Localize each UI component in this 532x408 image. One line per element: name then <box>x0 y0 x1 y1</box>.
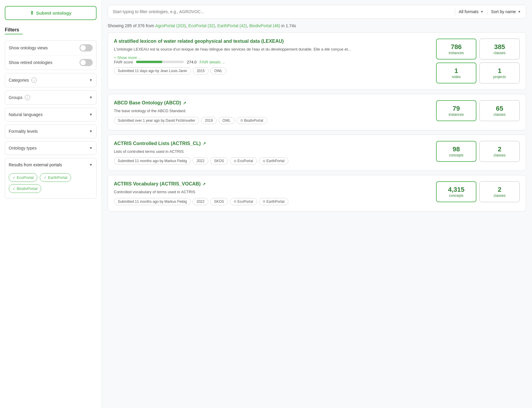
filters-title: Filters <box>5 27 97 33</box>
earthportal-link[interactable]: EarthPortal (42) <box>217 23 247 28</box>
ecoportal-check-icon: ✓ <box>13 176 16 180</box>
abcd-card: ABCD Base Ontology (ABCD) ↗ The base ont… <box>108 94 526 130</box>
abcd-portal-name: BiodivPortal <box>244 118 263 123</box>
natural-languages-chevron-icon: ▼ <box>89 112 93 117</box>
fair-details-link[interactable]: FAIR details ... <box>200 60 225 64</box>
actris-vocab-earthportal-tag: ⊙ EarthPortal <box>259 198 288 205</box>
lexeau-projects-label: projects <box>493 75 506 79</box>
actris-cl-title[interactable]: ACTRIS Controlled Lists (ACTRIS_CL) ↗ <box>114 141 206 146</box>
natural-languages-filter[interactable]: Natural languages ▼ <box>5 108 97 121</box>
actris-vocab-format-tag: SKOS <box>210 198 228 205</box>
abcd-external-link-icon: ↗ <box>183 101 186 105</box>
abcd-instances-label: instances <box>449 112 464 117</box>
categories-chevron-icon: ▼ <box>89 78 93 82</box>
lexeau-projects-stat[interactable]: 1 projects <box>479 63 520 83</box>
actris-vocab-classes-stat[interactable]: 2 classes <box>479 181 520 202</box>
lexeau-show-more[interactable]: + Show more ... <box>114 55 431 60</box>
format-select[interactable]: All formats ▼ <box>459 9 484 14</box>
lexeau-format-tag: OWL <box>210 67 226 74</box>
actris-vocab-year-tag: 2022 <box>192 198 208 205</box>
categories-info-icon[interactable]: i <box>31 77 37 83</box>
results-info: Showing 285 of 376 from AgroPortal (203)… <box>108 23 526 28</box>
abcd-classes-stat[interactable]: 65 classes <box>479 100 520 121</box>
abcd-card-inner: ABCD Base Ontology (ABCD) ↗ The base ont… <box>114 100 520 124</box>
formality-levels-row[interactable]: Formality levels ▼ <box>9 125 93 138</box>
lexeau-title[interactable]: A stratified lexicon of water related ge… <box>114 39 284 44</box>
groups-row[interactable]: Groups i ▼ <box>9 91 93 104</box>
lexeau-instances-stat[interactable]: 786 instances <box>436 39 476 60</box>
actris-vocab-card-body: ACTRIS Vocabulary (ACTRIS_VOCAB) ↗ Contr… <box>114 181 431 205</box>
actris-vocab-ecoportal-icon: ⊙ <box>234 200 236 203</box>
show-ontology-views-row: Show ontology views <box>9 41 93 55</box>
actris-vocab-classes-value: 2 <box>498 186 501 194</box>
show-ontology-views-label: Show ontology views <box>9 45 48 50</box>
ontology-types-label: Ontology types <box>9 146 36 150</box>
lexeau-classes-stat[interactable]: 385 classes <box>479 39 520 60</box>
lexeau-card-inner: A stratified lexicon of water related ge… <box>114 39 520 83</box>
actris-cl-classes-stat[interactable]: 2 classes <box>479 141 520 162</box>
abcd-instances-stat[interactable]: 79 instances <box>436 100 476 121</box>
agroportal-link[interactable]: AgroPortal (203) <box>155 23 186 28</box>
sort-select[interactable]: Sort by name ▼ <box>491 9 521 14</box>
abcd-title[interactable]: ABCD Base Ontology (ABCD) ↗ <box>114 100 186 106</box>
sort-dropdown-icon: ▼ <box>518 10 521 13</box>
show-ontology-views-toggle[interactable] <box>80 44 93 51</box>
categories-label: Categories <box>9 78 29 83</box>
actris-cl-classes-label: classes <box>493 153 505 157</box>
actris-cl-ecoportal-tag: ⊙ EcoPortal <box>230 157 257 165</box>
actris-vocab-earthportal-name: EarthPortal <box>267 200 285 204</box>
abcd-card-body: ABCD Base Ontology (ABCD) ↗ The base ont… <box>114 100 431 124</box>
abcd-submitted-tag: Submitted over 1 year ago by David Ficht… <box>114 117 199 124</box>
ontology-types-filter[interactable]: Ontology types ▼ <box>5 141 97 155</box>
earthportal-tag[interactable]: ✓ EarthPortal <box>40 173 71 182</box>
abcd-tags: Submitted over 1 year ago by David Ficht… <box>114 117 431 124</box>
search-divider <box>455 8 455 15</box>
lexeau-instances-value: 786 <box>451 43 462 51</box>
actris-vocab-card: ACTRIS Vocabulary (ACTRIS_VOCAB) ↗ Contr… <box>108 175 526 211</box>
lexeau-tags: Submitted 11 days ago by Jean Louis Jani… <box>114 67 431 74</box>
biodivportal-link[interactable]: BiodivPortal (46) <box>249 23 280 28</box>
formality-levels-left: Formality levels <box>9 129 38 134</box>
actris-cl-format-tag: SKOS <box>210 157 228 165</box>
actris-vocab-description: Controlled vocabulary of terms used in A… <box>114 189 431 195</box>
abcd-instances-value: 79 <box>452 105 460 112</box>
groups-filter[interactable]: Groups i ▼ <box>5 90 97 105</box>
external-portals-header[interactable]: Results from external portals ▼ <box>9 158 93 171</box>
search-input[interactable] <box>113 9 451 14</box>
earthportal-label: EarthPortal <box>48 175 67 180</box>
lexeau-card-body: A stratified lexicon of water related ge… <box>114 39 431 74</box>
actris-cl-earthportal-tag: ⊙ EarthPortal <box>259 157 288 165</box>
natural-languages-row[interactable]: Natural languages ▼ <box>9 108 93 121</box>
actris-vocab-concepts-label: concepts <box>449 194 463 198</box>
portal-tags-container: ✓ EcoPortal ✓ EarthPortal ✓ BiodivPortal <box>9 173 93 195</box>
ecoportal-tag[interactable]: ✓ EcoPortal <box>9 173 37 182</box>
submit-ontology-button[interactable]: ⬆ Submit ontology <box>5 6 97 20</box>
show-retired-ontologies-toggle[interactable] <box>80 59 93 66</box>
actris-vocab-ecoportal-name: EcoPortal <box>238 200 253 204</box>
biodivportal-tag[interactable]: ✓ BiodivPortal <box>9 184 41 193</box>
categories-filter[interactable]: Categories i ▼ <box>5 73 97 87</box>
actris-cl-external-link-icon: ↗ <box>203 141 206 146</box>
results-count: Showing 285 of 376 from <box>108 23 155 28</box>
actris-vocab-stats: 4,315 concepts 2 classes <box>436 181 520 202</box>
filters-section: Filters Show ontology views Show retired… <box>5 27 97 199</box>
ecoportal-link[interactable]: EcoPortal (32) <box>188 23 215 28</box>
fair-bar-background <box>136 61 184 63</box>
actris-vocab-external-link-icon: ↗ <box>202 182 206 186</box>
main-content: All formats ▼ Sort by name ▼ Showing 285… <box>102 0 532 408</box>
actris-cl-concepts-stat[interactable]: 98 concepts <box>436 141 476 162</box>
actris-cl-earthportal-name: EarthPortal <box>267 159 285 163</box>
actris-vocab-concepts-stat[interactable]: 4,315 concepts <box>436 181 476 202</box>
actris-cl-description: Lists of controlled terms used in ACTRIS <box>114 149 431 155</box>
actris-cl-card: ACTRIS Controlled Lists (ACTRIS_CL) ↗ Li… <box>108 135 526 171</box>
groups-left: Groups i <box>9 95 30 100</box>
groups-info-icon[interactable]: i <box>25 95 30 100</box>
categories-row[interactable]: Categories i ▼ <box>9 73 93 87</box>
actris-vocab-title[interactable]: ACTRIS Vocabulary (ACTRIS_VOCAB) ↗ <box>114 181 206 187</box>
lexeau-notes-stat[interactable]: 1 notes <box>436 63 476 83</box>
search-divider-2 <box>487 8 487 15</box>
actris-cl-ecoportal-icon: ⊙ <box>234 159 236 163</box>
ontology-types-row[interactable]: Ontology types ▼ <box>9 141 93 155</box>
formality-levels-label: Formality levels <box>9 129 38 134</box>
formality-levels-filter[interactable]: Formality levels ▼ <box>5 124 97 138</box>
